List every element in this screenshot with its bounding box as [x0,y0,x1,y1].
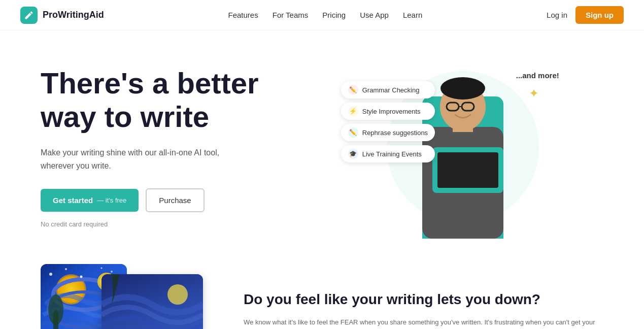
hero-content: There's a better way to write Make your … [41,67,322,228]
no-credit-text: No credit card required [41,220,322,228]
get-started-button[interactable]: Get started — it's free [41,189,139,212]
training-icon: 🎓 [348,149,358,159]
svg-point-5 [440,77,485,100]
nav-links: Features For Teams Pricing Use App Learn [228,11,423,19]
hero-subtitle: Make your writing shine with our all-in-… [41,146,233,172]
pill-training: 🎓 Live Training Events [341,145,435,162]
logo-text: ProWritingAid [43,10,104,20]
svg-point-9 [49,273,52,276]
navbar-actions: Log in Sign up [547,6,624,24]
logo-icon [20,7,38,24]
section2-text: We know what it's like to feel the FEAR … [244,317,603,329]
section2: My idea in my head Do you feel like your… [0,254,644,329]
nav-for-teams[interactable]: For Teams [273,11,309,19]
navbar: ProWritingAid Features For Teams Pricing… [0,0,644,30]
grammar-icon: ✏️ [348,85,358,95]
pill-grammar: ✏️ Grammar Checking [341,81,435,98]
svg-point-12 [111,271,113,273]
nav-use-app[interactable]: Use App [360,11,389,19]
section2-content: Do you feel like your writing lets you d… [244,290,603,329]
login-button[interactable]: Log in [547,11,567,19]
svg-point-10 [65,268,67,270]
purchase-button[interactable]: Purchase [146,188,204,212]
svg-point-18 [167,284,188,305]
rephrase-icon: ✏️ [348,127,358,138]
artwork-images: My idea in my head [41,264,213,329]
nav-features[interactable]: Features [228,11,258,19]
and-more-label: ...and more! [516,71,559,80]
signup-button[interactable]: Sign up [575,6,624,24]
artwork-front-inner [101,274,203,329]
pill-style: ⚡ Style Improvements [341,103,435,120]
svg-point-11 [80,276,83,278]
illustration-container: ✏️ Grammar Checking ⚡ Style Improvements… [371,56,554,239]
hero-section: There's a better way to write Make your … [0,30,644,254]
section2-heading: Do you feel like your writing lets you d… [244,290,603,309]
hero-buttons: Get started — it's free Purchase [41,188,322,212]
artwork-card-front [101,274,203,329]
hero-illustration: ✏️ Grammar Checking ⚡ Style Improvements… [322,51,604,244]
hero-heading: There's a better way to write [41,67,322,134]
svg-rect-2 [437,152,498,188]
feature-pills: ✏️ Grammar Checking ⚡ Style Improvements… [341,81,435,162]
svg-point-14 [101,268,103,269]
sparkle-icon: ✦ [529,86,539,101]
logo[interactable]: ProWritingAid [20,7,104,24]
style-icon: ⚡ [348,106,358,116]
svg-point-17 [48,294,63,325]
pill-rephrase: ✏️ Rephrase suggestions [341,124,435,141]
nav-pricing[interactable]: Pricing [322,11,346,19]
free-label: — it's free [97,196,126,204]
nav-learn[interactable]: Learn [403,11,422,19]
